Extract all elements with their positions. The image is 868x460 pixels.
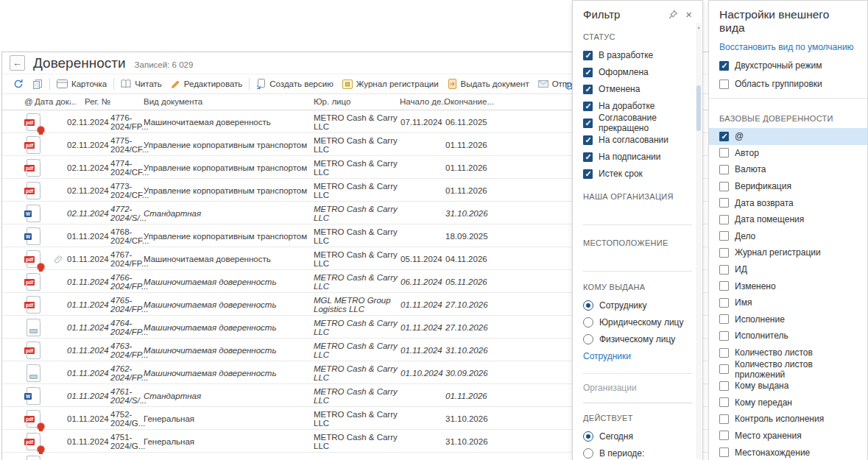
back-button[interactable]: ←	[10, 55, 25, 71]
column-header-start-date[interactable]: Начало де...	[400, 97, 448, 106]
settings-column-option[interactable]: Исполнитель	[709, 328, 867, 344]
checkbox[interactable]	[719, 165, 729, 174]
reset-view-link[interactable]: Восстановить вид по умолчанию	[719, 42, 857, 52]
pin-icon[interactable]	[668, 10, 678, 20]
checkbox[interactable]	[583, 51, 593, 60]
issue-document-button[interactable]: Выдать документ	[443, 76, 534, 92]
checkbox[interactable]	[719, 248, 729, 258]
start-date-cell	[401, 179, 443, 202]
checkbox[interactable]	[719, 364, 729, 374]
filter-status-option[interactable]: На согласовании	[583, 135, 692, 145]
settings-column-option[interactable]: Верификация	[709, 178, 867, 195]
checkbox[interactable]	[719, 265, 729, 275]
settings-column-option[interactable]: Кому выдана	[709, 378, 867, 394]
settings-column-option[interactable]: Контроль исполнения	[709, 411, 867, 428]
settings-mode-option[interactable]: Двухстрочный режим	[719, 60, 857, 71]
checkbox[interactable]	[719, 231, 729, 241]
checkbox[interactable]	[719, 132, 729, 141]
checkbox[interactable]	[719, 331, 729, 341]
settings-mode-option[interactable]: Область группировки	[719, 79, 857, 89]
checkbox[interactable]	[719, 298, 729, 308]
read-button[interactable]: Читать	[116, 76, 166, 92]
settings-column-option[interactable]: @	[709, 128, 867, 145]
filter-status-option[interactable]: Отменена	[583, 84, 692, 94]
column-header-doc-type[interactable]: Вид документа	[144, 97, 202, 106]
settings-column-option[interactable]: Имя	[709, 294, 867, 311]
settings-column-option[interactable]: Место хранения	[709, 428, 867, 445]
filter-active-option[interactable]: Сегодня	[583, 431, 692, 442]
checkbox[interactable]	[719, 314, 729, 324]
legal-entity-cell: METRO Cash & Carry LLC	[314, 430, 399, 453]
refresh-button[interactable]	[9, 76, 28, 92]
radio-button[interactable]	[583, 334, 593, 344]
card-button[interactable]: Карточка	[52, 76, 111, 92]
filter-active-option[interactable]: В периоде:	[583, 448, 692, 459]
filter-status-option[interactable]: На подписании	[583, 152, 692, 162]
checkbox[interactable]	[583, 152, 593, 162]
column-header-reg-no[interactable]: Рег. №	[85, 97, 110, 106]
checkbox[interactable]	[719, 281, 729, 291]
doc-date-cell: 02.11.2024	[67, 133, 110, 156]
employees-link[interactable]: Сотрудники	[583, 351, 692, 361]
checkbox[interactable]	[719, 381, 729, 391]
reg-no-cell: 4761-2024/S/...	[110, 384, 144, 407]
scrollbar-thumb[interactable]	[696, 85, 701, 131]
checkbox[interactable]	[719, 431, 729, 440]
filter-status-option[interactable]: Истек срок	[583, 169, 692, 179]
settings-column-option[interactable]: Исполнение	[709, 311, 867, 328]
settings-column-option[interactable]: Валюта	[709, 161, 867, 178]
checkbox[interactable]	[583, 118, 593, 128]
radio-button[interactable]	[583, 317, 593, 328]
column-header-legal-entity[interactable]: Юр. лицо	[314, 97, 350, 106]
checkbox[interactable]	[583, 169, 593, 179]
edit-button[interactable]: Редактировать	[166, 76, 247, 92]
checkbox[interactable]	[719, 397, 729, 407]
checkbox[interactable]	[719, 148, 729, 158]
filter-status-option[interactable]: Согласование прекращено	[583, 118, 692, 128]
settings-column-option[interactable]: Местонахождение	[709, 444, 867, 460]
end-date-cell: 27.10.2026	[445, 316, 493, 339]
filter-issued-to-option[interactable]: Юридическому лицу	[583, 317, 692, 328]
checkbox[interactable]	[719, 61, 729, 71]
checkbox[interactable]	[583, 68, 593, 77]
column-header-attachment[interactable]: @	[24, 97, 33, 106]
radio-button[interactable]	[583, 300, 593, 311]
checkbox[interactable]	[583, 135, 593, 145]
registration-journal-button[interactable]: Журнал регистрации	[338, 76, 443, 92]
settings-column-option[interactable]: Изменено	[709, 277, 867, 294]
scroll-up-icon[interactable]: ▴	[696, 23, 702, 29]
filter-status-option[interactable]: В разработке	[583, 50, 692, 60]
filter-scrollbar[interactable]: ▴	[696, 23, 702, 459]
checkbox[interactable]	[583, 102, 593, 111]
checkbox[interactable]	[719, 215, 729, 224]
settings-panel: Настройки внешнего вида Восстановить вид…	[708, 0, 868, 460]
settings-column-option[interactable]: Автор	[709, 145, 867, 162]
settings-column-option[interactable]: Дата возврата	[709, 194, 867, 211]
settings-column-option[interactable]: Кому передан	[709, 394, 867, 411]
settings-column-option[interactable]: Журнал регистрации	[709, 244, 867, 261]
checkbox[interactable]	[719, 447, 729, 457]
copy-button[interactable]	[28, 76, 47, 92]
organizations-input[interactable]: Организации	[583, 383, 692, 393]
filter-status-option[interactable]: На доработке	[583, 101, 692, 111]
radio-button[interactable]	[583, 448, 593, 459]
settings-column-option[interactable]: Количество листов приложений	[709, 361, 867, 378]
filter-issued-to-option[interactable]: Физическому лицу	[583, 334, 692, 344]
checkbox[interactable]	[583, 85, 593, 94]
checkbox[interactable]	[719, 198, 729, 208]
checkbox[interactable]	[719, 348, 729, 358]
doc-date-cell: 02.11.2024	[67, 202, 110, 224]
settings-column-option[interactable]: Дело	[709, 228, 867, 245]
checkbox[interactable]	[719, 79, 729, 89]
checkbox[interactable]	[719, 182, 729, 191]
create-version-button[interactable]: Создать версию	[252, 76, 337, 92]
column-header-end-date[interactable]: Окончание...	[444, 97, 494, 106]
close-icon[interactable]: ×	[685, 10, 692, 20]
checkbox[interactable]	[719, 414, 729, 424]
filter-status-option[interactable]: Оформлена	[583, 67, 692, 77]
radio-button[interactable]	[583, 431, 593, 442]
settings-column-option[interactable]: Дата помещения	[709, 211, 867, 228]
settings-column-option[interactable]: ИД	[709, 261, 867, 278]
filter-issued-to-option[interactable]: Сотруднику	[583, 300, 692, 311]
option-label: На доработке	[599, 101, 655, 111]
